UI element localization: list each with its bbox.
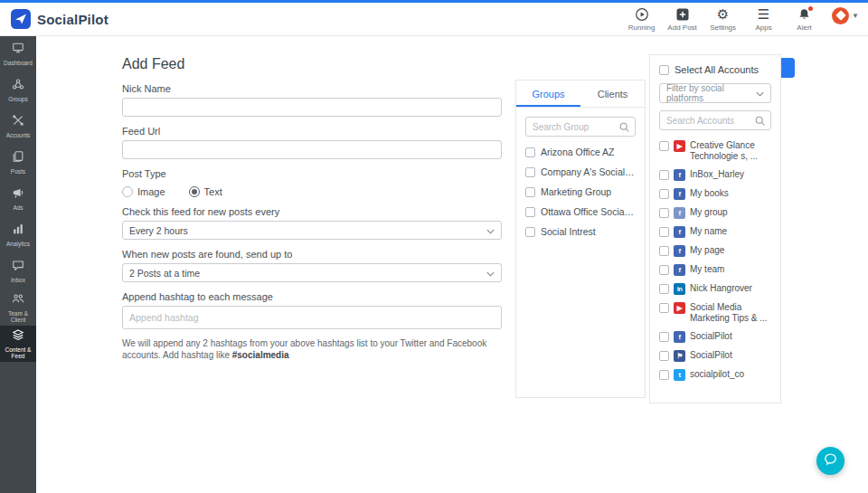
facebook-icon: f xyxy=(674,331,685,343)
account-list-item[interactable]: in Nick Hangrover xyxy=(659,283,771,295)
feed-url-label: Feed Url xyxy=(122,126,502,137)
account-list-item[interactable]: f My name xyxy=(659,226,771,238)
account-list-item[interactable]: t socialpilot_co xyxy=(659,369,771,381)
checkbox-icon[interactable] xyxy=(659,370,669,380)
checkbox-icon[interactable] xyxy=(525,227,535,237)
team-icon xyxy=(12,292,24,308)
sidebar-item-groups[interactable]: Groups xyxy=(0,72,36,109)
account-list-item[interactable]: f My books xyxy=(659,188,771,200)
group-list-item[interactable]: Social Intrest xyxy=(525,226,636,237)
group-list-item[interactable]: Arizona Office AZ xyxy=(525,147,636,157)
checkbox-icon[interactable] xyxy=(659,284,669,294)
sidebar-item-analytics[interactable]: Analytics xyxy=(0,217,36,253)
checkbox-icon[interactable] xyxy=(659,332,669,342)
add-post-icon xyxy=(675,7,690,22)
checkbox-icon[interactable] xyxy=(659,227,669,237)
checkbox-icon[interactable] xyxy=(659,141,669,151)
checkbox-icon[interactable] xyxy=(659,170,669,180)
groups-panel: Groups Clients Arizona Office AZ Company… xyxy=(515,80,646,398)
nick-name-input[interactable] xyxy=(122,98,502,117)
post-type-text-option[interactable]: Text xyxy=(189,186,222,197)
inbox-icon xyxy=(12,259,24,275)
sidebar-item-team-client[interactable]: Team & Client xyxy=(0,289,36,326)
posts-icon xyxy=(12,150,24,166)
sidebar-item-inbox[interactable]: Inbox xyxy=(0,253,36,289)
radio-unchecked-icon[interactable] xyxy=(122,186,133,197)
account-list-item[interactable]: ▶ Creative Glance Technologie s, ... xyxy=(659,140,771,162)
check-feed-label: Check this feed for new posts every xyxy=(122,206,502,217)
groups-icon xyxy=(12,78,24,94)
post-type-image-option[interactable]: Image xyxy=(122,186,165,197)
group-list-item[interactable]: Company A's Social Media xyxy=(525,166,636,177)
brand-name: SocialPilot xyxy=(37,12,108,27)
twitter-icon: t xyxy=(674,369,685,381)
main-content: Add Feed Cancel Save Nick Name Feed Url … xyxy=(36,36,868,493)
send-posts-select[interactable]: 2 Posts at a time xyxy=(122,263,502,282)
account-list-item[interactable]: f My group xyxy=(659,207,771,219)
radio-checked-icon[interactable] xyxy=(189,186,200,197)
linkedin-icon: in xyxy=(674,283,685,295)
youtube-icon: ▶ xyxy=(674,302,685,314)
checkbox-icon[interactable] xyxy=(525,167,535,177)
checkbox-icon[interactable] xyxy=(659,208,669,218)
page-title: Add Feed xyxy=(122,56,184,72)
checkbox-icon[interactable] xyxy=(659,303,669,313)
facebook-icon: f xyxy=(674,226,685,238)
alert-button[interactable]: Alert xyxy=(784,7,825,32)
sidebar-item-ads[interactable]: Ads xyxy=(0,181,36,217)
chevron-down-icon: ▼ xyxy=(852,12,859,20)
post-type-radio-group: Image Text xyxy=(122,186,502,197)
facebook-icon: f xyxy=(674,169,685,181)
account-list-item[interactable]: f My page xyxy=(659,245,771,257)
account-list-item[interactable]: f SocialPilot xyxy=(659,331,771,343)
checkbox-icon[interactable] xyxy=(525,207,535,217)
settings-button[interactable]: ⚙ Settings xyxy=(703,7,743,32)
add-post-button[interactable]: Add Post xyxy=(662,7,703,32)
account-list-item[interactable]: f My team xyxy=(659,264,771,276)
account-menu[interactable]: ▼ xyxy=(832,7,859,24)
filter-platforms-select[interactable]: Filter by social platforms xyxy=(659,83,771,103)
account-list-item[interactable]: ⚑ SocialPilot xyxy=(659,350,771,362)
select-all-accounts[interactable]: Select All Accounts xyxy=(659,64,771,75)
send-posts-label: When new posts are found, send up to xyxy=(122,249,502,260)
sidebar-item-accounts[interactable]: Accounts xyxy=(0,109,36,145)
group-list-item[interactable]: Marketing Group xyxy=(525,186,636,197)
check-feed-select[interactable]: Every 2 hours xyxy=(122,221,502,240)
chat-bubble-icon xyxy=(824,452,837,469)
bell-icon xyxy=(797,7,811,22)
sidebar-item-content-feed[interactable]: Content & Feed xyxy=(0,326,36,362)
running-button[interactable]: Running xyxy=(621,7,662,32)
checkbox-icon[interactable] xyxy=(659,351,669,361)
top-accent-bar xyxy=(0,0,868,3)
dashboard-icon xyxy=(12,42,24,58)
apps-button[interactable]: ☰ Apps xyxy=(743,7,784,32)
checkbox-icon[interactable] xyxy=(659,246,669,256)
checkbox-icon[interactable] xyxy=(659,265,669,275)
brand[interactable]: SocialPilot xyxy=(11,9,108,29)
post-type-label: Post Type xyxy=(122,168,502,179)
chat-widget-button[interactable] xyxy=(816,447,844,475)
chevron-down-icon xyxy=(486,268,495,279)
feed-url-input[interactable] xyxy=(122,140,502,159)
checkbox-icon[interactable] xyxy=(659,65,669,75)
avatar xyxy=(832,7,849,24)
account-list-item[interactable]: f InBox_Harley xyxy=(659,169,771,181)
sidebar-item-dashboard[interactable]: Dashboard xyxy=(0,36,36,72)
socialpilot-logo-icon xyxy=(11,9,31,29)
hashtag-help-text: We will append any 2 hashtags from your … xyxy=(122,337,502,361)
group-list-item[interactable]: Ottawa Office Social Medi... xyxy=(525,206,636,217)
tab-groups[interactable]: Groups xyxy=(516,81,580,107)
facebook-icon: f xyxy=(674,188,685,200)
sidebar-item-posts[interactable]: Posts xyxy=(0,145,36,181)
notification-dot xyxy=(808,6,813,11)
checkbox-icon[interactable] xyxy=(525,187,535,197)
checkbox-icon[interactable] xyxy=(525,147,535,157)
content-feed-icon xyxy=(12,328,24,345)
youtube-icon: ▶ xyxy=(674,140,685,152)
account-list-item[interactable]: ▶ Social Media Marketing Tips & ... xyxy=(659,302,771,324)
tab-clients[interactable]: Clients xyxy=(580,81,645,107)
hashtag-input[interactable] xyxy=(122,306,502,329)
accounts-icon xyxy=(12,114,24,130)
checkbox-icon[interactable] xyxy=(659,189,669,199)
groups-clients-tabs: Groups Clients xyxy=(516,81,645,108)
